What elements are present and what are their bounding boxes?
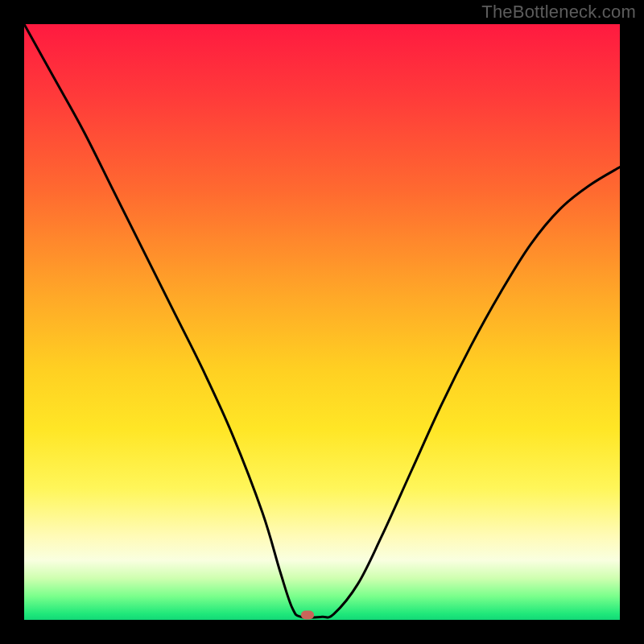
optimal-marker-icon <box>301 611 314 620</box>
plot-area <box>24 24 620 620</box>
bottleneck-curve <box>24 24 620 620</box>
chart-frame: TheBottleneck.com <box>0 0 644 644</box>
watermark-text: TheBottleneck.com <box>481 2 636 23</box>
